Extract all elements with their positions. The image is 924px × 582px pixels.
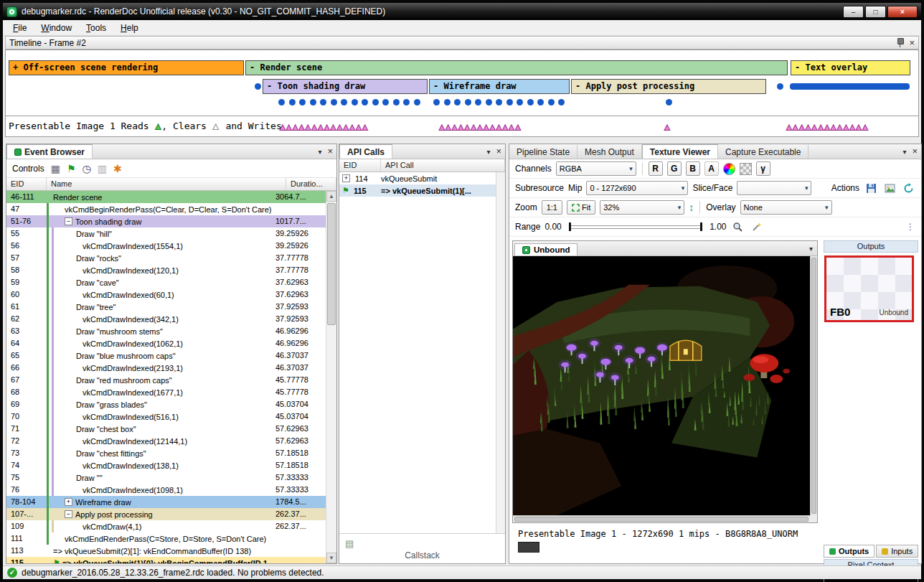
column-header-eid[interactable]: EID (6, 178, 47, 190)
drawcall-span[interactable] (790, 83, 910, 90)
drawcall-dot[interactable] (255, 83, 261, 90)
event-row[interactable]: 73Draw "chest fittings"57.18518 (6, 447, 326, 459)
drawcall-dot[interactable] (341, 99, 347, 105)
event-row[interactable]: 113=> vkQueueSubmit(2)[1]: vkEndCommandB… (6, 545, 326, 557)
drawcall-dot[interactable] (537, 99, 544, 105)
event-row[interactable]: 46-111Render scene3064.7... (6, 191, 326, 203)
column-header-name[interactable]: Name (47, 178, 286, 190)
timeline-panel-header[interactable]: Timeline - Frame #2 × (5, 36, 919, 50)
event-row[interactable]: 55Draw "hill"39.25926 (6, 227, 326, 240)
event-row[interactable]: 109vkCmdDraw(4,1)262.37... (6, 520, 326, 532)
write-triangles[interactable]: ▲▲▲▲▲▲▲▲▲▲▲▲▲ (439, 117, 522, 137)
tab-unbound-texture[interactable]: Unbound (514, 243, 578, 255)
expander-icon[interactable]: + (342, 174, 350, 182)
refresh-icon[interactable] (901, 181, 915, 195)
timeline-canvas[interactable]: + Off-screen scene rendering- Render sce… (5, 50, 919, 116)
timeline-marker-bar[interactable]: + Off-screen scene rendering (9, 60, 244, 75)
drawcall-dot[interactable] (289, 99, 296, 105)
column-header-apicall[interactable]: API Call (381, 159, 505, 172)
drawcall-dot[interactable] (331, 99, 337, 105)
api-call-row[interactable]: +114vkQueueSubmit (339, 172, 496, 184)
drawcall-dot[interactable] (666, 99, 672, 105)
event-row[interactable]: 62vkCmdDrawIndexed(342,1)37.92593 (6, 313, 326, 325)
drawcall-dot[interactable] (414, 99, 420, 105)
event-row[interactable]: 70vkCmdDrawIndexed(516,1)45.03704 (6, 410, 326, 423)
timeline-marker-bar[interactable]: - Apply post processing (571, 79, 766, 94)
event-row[interactable]: 56vkCmdDrawIndexed(1554,1)39.25926 (6, 240, 326, 252)
drawcall-dot[interactable] (372, 99, 379, 105)
jump-flag-icon[interactable]: ⚑ (67, 164, 76, 174)
api-call-row[interactable]: ⚑115=> vkQueueSubmit(1)[... (339, 184, 496, 197)
timeline-marker-bar[interactable]: - Text overlay (791, 60, 910, 75)
magnifier-icon[interactable] (731, 220, 745, 234)
blue-channel-button[interactable]: B (686, 161, 700, 176)
slice-face-select[interactable]: ▾ (737, 181, 811, 195)
write-triangles[interactable]: ▲▲▲▲▲▲▲▲▲▲▲▲▲ (786, 117, 869, 137)
green-channel-button[interactable]: G (667, 161, 682, 176)
close-icon[interactable]: × (327, 147, 333, 156)
close-icon[interactable]: × (496, 147, 501, 156)
event-row[interactable]: 74vkCmdDrawIndexed(138,1)57.18518 (6, 459, 326, 471)
zoom-1to1-button[interactable]: 1:1 (542, 200, 562, 215)
event-row[interactable]: 63Draw "mushroom stems"46.96296 (6, 325, 326, 337)
expander-icon[interactable]: − (65, 510, 72, 518)
event-row[interactable]: 58vkCmdDrawIndexed(120,1)37.77778 (6, 264, 326, 276)
event-row[interactable]: 60vkCmdDrawIndexed(60,1)37.62963 (6, 288, 326, 301)
texture-vertical-scrollbar[interactable] (810, 256, 817, 515)
checkerboard-icon[interactable] (740, 163, 752, 175)
drawcall-dot[interactable] (393, 99, 400, 105)
api-calls-scrollbar[interactable] (496, 172, 505, 533)
tab-inputs[interactable]: Inputs (876, 545, 918, 558)
event-row[interactable]: 61Draw "tree"37.92593 (6, 301, 326, 313)
write-triangles[interactable]: ▲ (664, 117, 671, 137)
save-icon[interactable] (864, 181, 878, 195)
tab-outputs[interactable]: Outputs (824, 545, 874, 558)
tab-pipeline-state[interactable]: Pipeline State (509, 145, 578, 159)
event-row[interactable]: 76vkCmdDrawIndexed(1098,1)57.33333 (6, 484, 326, 496)
drawcall-dot[interactable] (454, 99, 461, 105)
event-row[interactable]: 107-...−Apply post processing262.37... (6, 508, 326, 520)
tab-capture-executable[interactable]: Capture Executable (718, 145, 808, 159)
event-row[interactable]: 111vkCmdEndRenderPass(C=Store, D=Store, … (6, 532, 326, 545)
scroll-up-icon[interactable]: ▲ (326, 191, 336, 202)
chevron-down-icon[interactable]: ▾ (486, 148, 490, 156)
event-row[interactable]: 71Draw "chest box"57.62963 (6, 423, 326, 435)
drawcall-dot[interactable] (362, 99, 368, 105)
drawcall-dot[interactable] (320, 99, 326, 105)
drawcall-dot[interactable] (382, 99, 389, 105)
flip-vertical-icon[interactable]: ↕ (689, 202, 694, 213)
chevron-down-icon[interactable]: ▾ (318, 148, 321, 156)
drawcall-dot[interactable] (506, 99, 513, 105)
close-icon[interactable]: × (912, 147, 918, 156)
scrollbar-thumb[interactable] (327, 203, 336, 325)
drawcall-dot[interactable] (433, 99, 440, 105)
pin-icon[interactable] (897, 38, 903, 47)
title-bar[interactable]: debugmarker.rdc - RenderDoc Unofficial r… (3, 3, 921, 20)
drawcall-dot[interactable] (527, 99, 534, 105)
red-channel-button[interactable]: R (649, 161, 663, 176)
tab-api-calls[interactable]: API Calls (339, 144, 392, 159)
event-row[interactable]: 69Draw "grass blades"45.03704 (6, 398, 326, 410)
range-white-point-handle[interactable] (700, 222, 702, 231)
drawcall-dot[interactable] (558, 99, 565, 105)
gamma-button[interactable]: γ (756, 161, 770, 176)
drawcall-dot[interactable] (777, 83, 783, 90)
event-row[interactable]: 66vkCmdDrawIndexed(2193,1)46.37037 (6, 362, 326, 374)
event-row[interactable]: 75Draw ""57.33333 (6, 471, 326, 484)
minimize-button[interactable]: – (843, 6, 864, 18)
column-header-duratio[interactable]: Duratio... (286, 178, 336, 190)
drawcall-dot[interactable] (299, 99, 306, 105)
drawcall-dot[interactable] (486, 99, 492, 105)
write-triangles[interactable]: ▲▲▲▲▲▲▲▲▲▲▲▲▲▲ (280, 117, 369, 137)
event-row[interactable]: 57Draw "rocks"37.77778 (6, 252, 326, 264)
channels-select[interactable]: RGBA▾ (556, 161, 636, 176)
expander-icon[interactable]: + (65, 498, 72, 506)
texture-horizontal-scrollbar[interactable] (513, 515, 810, 522)
drawcall-dot[interactable] (548, 99, 555, 105)
range-slider[interactable] (569, 222, 702, 232)
color-wheel-icon[interactable] (723, 163, 735, 175)
scroll-down-icon[interactable]: ▼ (326, 553, 336, 563)
menu-tools[interactable]: Tools (79, 21, 113, 35)
drawcall-dot[interactable] (475, 99, 481, 105)
event-row[interactable]: 67Draw "red mushroom caps"45.77778 (6, 374, 326, 386)
